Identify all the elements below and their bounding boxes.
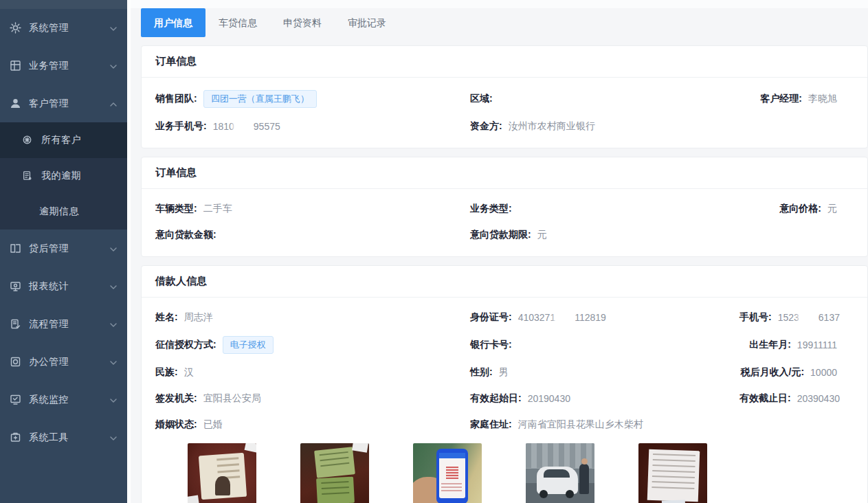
sidebar-item-all-customers[interactable]: 所有客户: [0, 122, 127, 158]
field-mobile: 手机号 15236137: [739, 310, 856, 325]
chevron-down-icon: [109, 282, 118, 291]
sidebar-item-overdue-info[interactable]: 逾期信息: [0, 194, 127, 230]
sidebar-item-label: 客户管理: [29, 98, 109, 110]
license-booklet-photo-thumbnail[interactable]: [300, 443, 369, 503]
field-valid-from: 有效起始日 20190430: [470, 391, 739, 406]
photo-document[interactable]: 其他材料: [638, 443, 707, 503]
borrower-info-card: 借款人信息 姓名 周志洋 身份证号 4103271112819 手机号 1523…: [141, 265, 868, 503]
sidebar-item-business-management[interactable]: 业务管理: [0, 47, 127, 85]
photo-id-card[interactable]: 身份证照: [188, 443, 256, 503]
sidebar-item-customer-management[interactable]: 客户管理: [0, 85, 127, 122]
redaction-smudge: [556, 313, 574, 323]
sidebar-item-label: 办公管理: [29, 356, 109, 368]
book-icon: [10, 243, 21, 254]
order-info-card-1: 订单信息 销售团队 四团一营（直属王鹏飞） 区域 客户经理 李晓旭: [141, 45, 868, 148]
field-funding-party: 资金方 汝州市农村商业银行: [470, 119, 739, 134]
credit-auth-tag[interactable]: 电子授权: [223, 336, 274, 354]
sidebar-item-system-tools[interactable]: 系统工具: [0, 418, 127, 456]
chevron-down-icon: [109, 434, 118, 442]
field-id-number: 身份证号 4103271112819: [470, 310, 739, 325]
chevron-down-icon: [109, 320, 118, 328]
field-intent-price: 意向价格 元: [739, 201, 854, 216]
sidebar-item-label: 报表统计: [29, 280, 109, 293]
field-name: 姓名 周志洋: [155, 310, 470, 325]
field-home-address: 家庭住址 河南省宜阳县花果山乡木柴村: [470, 417, 739, 432]
card-title: 借款人信息: [142, 266, 867, 298]
field-business-phone: 业务手机号 181095575: [155, 119, 470, 134]
field-credit-auth-method: 征信授权方式 电子授权: [155, 336, 470, 354]
tab-loan-application-docs[interactable]: 申贷资料: [270, 8, 335, 37]
top-strip: [131, 0, 868, 8]
field-business-type: 业务类型: [470, 201, 739, 216]
grid-icon: [10, 60, 21, 71]
sidebar-item-office-management[interactable]: 办公管理: [0, 343, 127, 381]
field-sales-team: 销售团队 四团一营（直属王鹏飞）: [155, 90, 470, 108]
id-card-photo-thumbnail[interactable]: [188, 443, 256, 503]
field-intent-loan-term: 意向贷款期限 元: [470, 227, 739, 243]
sidebar-item-label: 所有客户: [41, 134, 118, 146]
notebook-icon: [22, 170, 34, 182]
chevron-down-icon: [109, 245, 118, 253]
monitor-check-icon: [10, 394, 21, 405]
chevron-down-icon: [109, 358, 118, 366]
sidebar-item-system-management[interactable]: 系统管理: [0, 9, 127, 47]
sidebar-item-label: 贷后管理: [29, 243, 109, 255]
chevron-down-icon: [109, 24, 118, 32]
sidebar-item-label: 系统管理: [29, 22, 109, 34]
card-title: 订单信息: [142, 157, 867, 189]
redaction-smudge: [235, 122, 253, 132]
sidebar-item-process-management[interactable]: 流程管理: [0, 305, 127, 343]
sidebar-item-label: 我的逾期: [41, 170, 118, 182]
car-photo-thumbnail[interactable]: [526, 443, 594, 503]
field-bank-card: 银行卡号: [470, 337, 739, 353]
customers-icon: [22, 135, 34, 146]
field-birth-date: 出生年月 19911111: [739, 337, 854, 353]
toolbox-icon: [10, 432, 21, 443]
tab-approval-records[interactable]: 审批记录: [335, 8, 399, 37]
chevron-down-icon: [109, 62, 118, 70]
detail-tabs: 用户信息 车贷信息 申贷资料 审批记录: [141, 8, 868, 37]
field-marital-status: 婚姻状态 已婚: [155, 417, 470, 432]
redaction-smudge: [800, 313, 818, 323]
sidebar-item-label: 流程管理: [29, 318, 109, 331]
sidebar-item-postloan-management[interactable]: 贷后管理: [0, 230, 127, 267]
gear-icon: [10, 22, 21, 34]
field-intent-loan-amount: 意向贷款金额: [155, 227, 470, 243]
sidebar-top-strip: [0, 0, 127, 9]
phone-qr-photo-thumbnail[interactable]: [413, 443, 482, 503]
photo-person-car[interactable]: 人车合照: [526, 443, 594, 503]
sidebar-item-label: 系统工具: [29, 432, 109, 444]
workflow-icon: [10, 318, 21, 330]
tab-car-loan-info[interactable]: 车贷信息: [205, 8, 270, 37]
sidebar-item-report-statistics[interactable]: 报表统计: [0, 267, 127, 305]
field-customer-manager: 客户经理 李晓旭: [739, 91, 854, 107]
field-ethnicity: 民族 汉: [155, 365, 470, 380]
customer-management-submenu: 所有客户 我的逾期 逾期信息: [0, 122, 127, 230]
chevron-up-icon: [109, 100, 118, 108]
field-valid-to: 有效截止日 20390430: [739, 391, 856, 406]
chevron-down-icon: [109, 396, 118, 404]
sidebar-item-system-monitor[interactable]: 系统监控: [0, 381, 127, 418]
order-info-card-2: 订单信息 车辆类型 二手车 业务类型 意向价格 元: [141, 157, 868, 257]
field-region: 区域: [470, 91, 739, 107]
sidebar-item-label: 逾期信息: [39, 205, 118, 218]
field-monthly-income: 税后月收入/元 10000: [739, 365, 854, 380]
office-icon: [10, 356, 21, 368]
photo-auth-qr[interactable]: 授权码照片: [413, 443, 482, 503]
tab-user-info[interactable]: 用户信息: [141, 8, 205, 37]
monitor-icon: [10, 280, 21, 292]
field-vehicle-type: 车辆类型 二手车: [155, 201, 470, 216]
field-issuing-authority: 签发机关 宜阳县公安局: [155, 391, 470, 406]
borrower-photo-row: 身份证照 驾驶证照片: [188, 443, 854, 503]
sidebar-item-my-overdue[interactable]: 我的逾期: [0, 158, 127, 194]
main-content: 用户信息 车贷信息 申贷资料 审批记录 订单信息 销售团队 四团一营（直属王鹏飞…: [127, 0, 868, 503]
sidebar-item-label: 业务管理: [29, 60, 109, 72]
card-title: 订单信息: [142, 46, 867, 78]
photo-license-booklet[interactable]: 驾驶证照片: [300, 443, 369, 503]
field-gender: 性别 男: [470, 365, 739, 380]
user-icon: [10, 98, 21, 109]
sales-team-tag[interactable]: 四团一营（直属王鹏飞）: [203, 90, 317, 108]
sidebar: 系统管理 业务管理 客户管理 所有客户: [0, 0, 127, 503]
sidebar-item-label: 系统监控: [29, 394, 109, 406]
document-photo-thumbnail[interactable]: [638, 443, 707, 503]
